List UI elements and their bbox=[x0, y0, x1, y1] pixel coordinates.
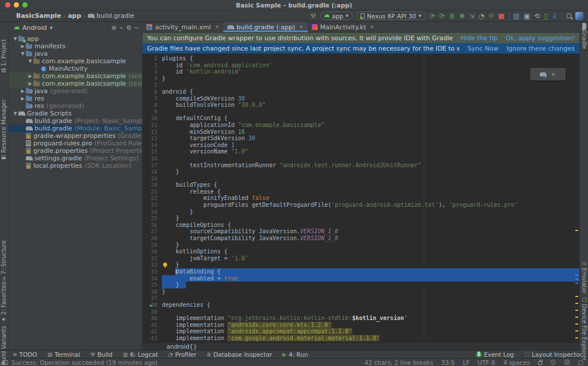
apply-code-changes-icon[interactable]: ≣ bbox=[449, 13, 455, 20]
code-line[interactable]: 7 compileSdkVersion 30 bbox=[142, 95, 579, 102]
device-file-explorer-icon[interactable]: ▤ bbox=[513, 13, 520, 20]
line-number[interactable]: 24 bbox=[142, 209, 157, 215]
line-number[interactable]: 6 bbox=[142, 88, 157, 95]
line-number[interactable]: 12 bbox=[142, 129, 157, 136]
sidebar-item-resource-manager[interactable]: ⬒Resource Manager bbox=[1, 99, 7, 160]
sidebar-item-project[interactable]: ▤1: Project bbox=[1, 39, 7, 74]
toolwindow-profiler-button[interactable]: ◔Profiler bbox=[168, 351, 196, 358]
code-line[interactable]: 28 targetCompatibility JavaVersion.VERSI… bbox=[142, 235, 579, 242]
toolwindow-database-inspector-button[interactable]: ≣Database Inspector bbox=[207, 351, 272, 358]
line-number[interactable]: 28 bbox=[142, 235, 157, 242]
code-editor[interactable]: 1plugins {2 id 'com.android.application'… bbox=[142, 53, 579, 342]
hide-panel-icon[interactable]: ─ bbox=[134, 24, 138, 32]
close-icon[interactable]: ✕ bbox=[551, 71, 555, 78]
code-line[interactable]: 25 } bbox=[142, 215, 579, 222]
code-line[interactable]: 42 implementation 'androidx.appcompat:ap… bbox=[142, 328, 579, 335]
unlock-icon[interactable] bbox=[538, 361, 542, 365]
code-line[interactable]: 3 id 'kotlin-android' bbox=[142, 68, 579, 75]
selection-stripe-mark[interactable] bbox=[575, 275, 578, 276]
tree-row[interactable]: build.gradle(Module: Basic_Sample.app) bbox=[9, 125, 142, 132]
sad-face-icon[interactable]: ☹ bbox=[564, 359, 570, 365]
code-line[interactable]: 40 implementation "org.jetbrains.kotlin:… bbox=[142, 315, 579, 322]
tree-row[interactable]: ▼Gradle Scripts bbox=[9, 110, 142, 117]
line-number[interactable]: 9 bbox=[142, 109, 157, 115]
line-number[interactable]: 32 bbox=[142, 261, 157, 268]
code-line[interactable]: 32 } bbox=[142, 261, 579, 268]
tree-collapse-arrow[interactable]: ▶ bbox=[20, 87, 26, 95]
line-number[interactable]: 1 bbox=[142, 55, 157, 62]
indent-info[interactable]: 4 spaces bbox=[503, 359, 529, 366]
tree-row[interactable]: ▶manifests bbox=[9, 43, 142, 50]
line-number[interactable]: 43 bbox=[142, 335, 157, 342]
line-number[interactable]: 25 bbox=[142, 215, 157, 222]
line-number[interactable]: 37 bbox=[142, 295, 157, 302]
build-analyzer-icon[interactable]: ⟐ bbox=[489, 13, 494, 20]
selection-stripe-mark[interactable] bbox=[575, 279, 578, 280]
code-line[interactable]: 41 implementation 'androidx.core:core-kt… bbox=[142, 322, 579, 329]
line-number[interactable]: 40 bbox=[142, 315, 157, 322]
code-line[interactable]: 4} bbox=[142, 75, 579, 82]
tree-row[interactable]: ▶com.example.basicsample(androidTest) bbox=[9, 72, 142, 80]
toolwindow-4-run-button[interactable]: ▶4: Run bbox=[283, 351, 308, 358]
close-icon[interactable]: ✕ bbox=[299, 24, 304, 30]
avatar[interactable] bbox=[575, 12, 583, 20]
line-number[interactable]: 29 bbox=[142, 242, 157, 249]
code-line[interactable]: 33 dataBinding { bbox=[142, 268, 579, 275]
collapse-all-icon[interactable]: ⌁ bbox=[119, 24, 123, 32]
code-line[interactable]: 6android { bbox=[142, 88, 579, 95]
tree-row[interactable]: CMainActivity bbox=[9, 65, 142, 72]
locate-file-icon[interactable]: ⊕ bbox=[111, 24, 117, 32]
warning-stripe-mark[interactable] bbox=[575, 296, 578, 297]
code-line[interactable]: 15 versionName "1.0" bbox=[142, 148, 579, 155]
toolwindow-toggle-icon[interactable] bbox=[2, 360, 8, 365]
tree-expand-arrow[interactable]: ▼ bbox=[12, 110, 18, 117]
tree-row[interactable]: res(generated) bbox=[9, 102, 142, 110]
line-number[interactable]: 13 bbox=[142, 135, 157, 142]
code-line[interactable]: 29 } bbox=[142, 242, 579, 249]
line-number[interactable]: 8 bbox=[142, 102, 157, 109]
line-number[interactable]: 19 bbox=[142, 175, 157, 182]
sidebar-item-gradle[interactable]: Gradle bbox=[581, 24, 587, 49]
sync-now-link[interactable]: Sync Now bbox=[467, 45, 498, 52]
line-number[interactable]: 26 bbox=[142, 222, 157, 229]
tree-row[interactable]: proguard-rules.pro(ProGuard Rules for Ba… bbox=[9, 140, 142, 147]
sidebar-item-favorites[interactable]: ★2: Favorites bbox=[1, 282, 7, 322]
tab-activity-main-xml[interactable]: activity_main.xml✕ bbox=[142, 22, 223, 32]
tree-row[interactable]: build.gradle(Project: Basic_Sample) bbox=[9, 117, 142, 125]
line-number[interactable]: 36 bbox=[142, 288, 157, 295]
toolwindow-todo-button[interactable]: ≡TODO bbox=[13, 351, 37, 358]
code-line[interactable]: 17 testInstrumentationRunner "androidx.t… bbox=[142, 162, 579, 169]
debug-restart-icon[interactable]: ⟳ bbox=[439, 13, 445, 20]
selection-stripe-mark[interactable] bbox=[575, 283, 578, 284]
code-line[interactable]: 30 kotlinOptions { bbox=[142, 248, 579, 255]
make-project-hammer-icon[interactable]: ⚒ bbox=[310, 13, 316, 20]
code-line[interactable]: 2 id 'com.android.application' bbox=[142, 62, 579, 69]
tree-row[interactable]: gradle-wrapper.properties(Gradle Version… bbox=[9, 132, 142, 140]
project-view-select[interactable]: Android bbox=[22, 24, 47, 32]
code-line[interactable]: 20 buildTypes { bbox=[142, 182, 579, 188]
tab-mainactivity-kt[interactable]: MainActivity.kt✕ bbox=[308, 22, 379, 32]
line-number[interactable]: 22 bbox=[142, 195, 157, 202]
tree-collapse-arrow[interactable]: ▶ bbox=[20, 95, 26, 102]
breadcrumb-file[interactable]: build.gradle bbox=[96, 12, 134, 20]
code-line[interactable]: 36} bbox=[142, 288, 579, 295]
code-line[interactable]: 13 targetSdkVersion 30 bbox=[142, 135, 579, 142]
toolwindow-terminal-button[interactable]: ▤Terminal bbox=[48, 351, 80, 358]
toolwindow-build-button[interactable]: ⚒Build bbox=[90, 351, 112, 358]
code-line[interactable]: 39 bbox=[142, 309, 579, 315]
line-number[interactable]: 15 bbox=[142, 148, 157, 155]
code-line[interactable]: 16 bbox=[142, 155, 579, 162]
code-line[interactable]: 5 bbox=[142, 82, 579, 88]
line-number[interactable]: 41 bbox=[142, 322, 157, 329]
breadcrumb-project[interactable]: BasicSample bbox=[16, 12, 61, 20]
warning-stripe-mark[interactable] bbox=[575, 330, 578, 332]
tab-build-gradle-app[interactable]: build.gradle (:app)✕ bbox=[223, 22, 308, 32]
tree-collapse-arrow[interactable]: ▶ bbox=[27, 72, 33, 80]
line-number[interactable]: 4 bbox=[142, 75, 157, 82]
tree-row[interactable]: ▶res bbox=[9, 95, 142, 102]
code-line[interactable]: 9 bbox=[142, 109, 579, 115]
tree-row[interactable]: ▼com.example.basicsample bbox=[9, 57, 142, 65]
tree-row[interactable]: ▶java(generated) bbox=[9, 87, 142, 95]
code-line[interactable]: 38▶dependencies { bbox=[142, 302, 579, 309]
tree-expand-arrow[interactable]: ▼ bbox=[12, 35, 18, 43]
